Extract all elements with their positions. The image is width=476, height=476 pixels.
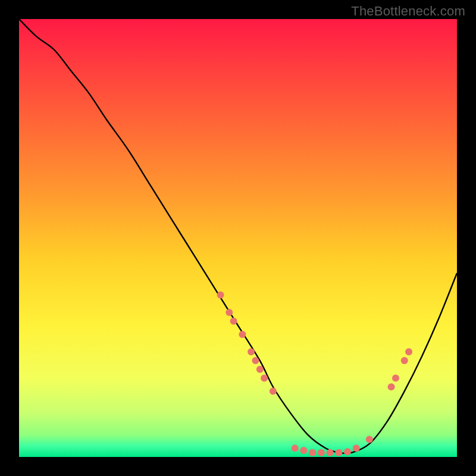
data-marker — [239, 331, 246, 338]
data-marker — [388, 383, 395, 390]
data-marker — [353, 444, 360, 452]
data-marker — [318, 449, 325, 456]
data-marker — [392, 375, 399, 382]
data-marker — [401, 357, 408, 364]
data-marker — [292, 444, 299, 452]
data-marker — [230, 318, 237, 325]
data-marker — [309, 449, 316, 456]
watermark-text: TheBottleneck.com — [351, 4, 465, 19]
data-marker — [335, 449, 342, 456]
data-marker — [261, 375, 268, 382]
chart-svg — [19, 19, 457, 457]
data-marker — [256, 366, 264, 373]
data-marker — [248, 348, 255, 355]
chart-plot-area — [19, 19, 457, 457]
data-marker — [226, 309, 233, 316]
data-marker — [217, 292, 224, 299]
chart-background — [19, 19, 457, 457]
data-marker — [405, 348, 412, 355]
data-marker — [252, 357, 259, 364]
data-marker — [300, 447, 307, 454]
data-marker — [366, 436, 373, 443]
data-marker — [327, 449, 334, 456]
data-marker — [270, 388, 277, 395]
data-marker — [344, 448, 351, 455]
